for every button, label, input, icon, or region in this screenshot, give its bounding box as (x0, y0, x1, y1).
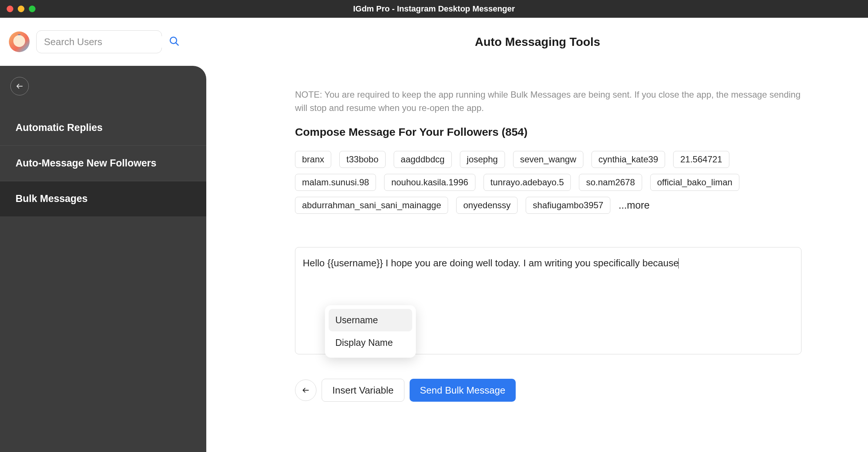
follower-chip[interactable]: onyedenssy (456, 197, 518, 214)
window-close-button[interactable] (7, 6, 13, 12)
follower-chip[interactable]: branx (295, 151, 331, 168)
search-icon (169, 36, 180, 48)
text-caret (678, 258, 679, 269)
variable-option-display-name[interactable]: Display Name (329, 331, 412, 354)
sidebar-item-automatic-replies[interactable]: Automatic Replies (0, 110, 206, 146)
traffic-lights (7, 6, 35, 12)
search-box[interactable] (36, 30, 162, 53)
window-maximize-button[interactable] (29, 6, 35, 12)
main-content: NOTE: You are required to keep the app r… (206, 66, 868, 452)
follower-chip[interactable]: cynthia_kate39 (591, 151, 665, 168)
sidebar-item-auto-message-new-followers[interactable]: Auto-Message New Followers (0, 146, 206, 181)
sidebar-back-button[interactable] (10, 77, 29, 95)
follower-chip[interactable]: t33bobo (339, 151, 386, 168)
compose-back-button[interactable] (295, 380, 316, 401)
follower-chip[interactable]: seven_wangw (513, 151, 583, 168)
page-title: Auto Messaging Tools (475, 35, 600, 49)
variable-popup: UsernameDisplay Name (325, 305, 416, 358)
sidebar-item-bulk-messages[interactable]: Bulk Messages (0, 181, 206, 216)
follower-chip[interactable]: aagddbdcg (394, 151, 452, 168)
follower-chip[interactable]: malam.sunusi.98 (295, 174, 376, 191)
follower-chip[interactable]: shafiugambo3957 (526, 197, 610, 214)
insert-variable-button[interactable]: Insert Variable (322, 379, 404, 402)
avatar[interactable]: ▼ (9, 31, 30, 52)
compose-box[interactable]: Hello {{username}} I hope you are doing … (295, 247, 801, 354)
search-input[interactable] (44, 36, 164, 48)
send-bulk-button[interactable]: Send Bulk Message (410, 379, 516, 402)
follower-chip[interactable]: tunrayo.adebayo.5 (484, 174, 571, 191)
window-minimize-button[interactable] (18, 6, 24, 12)
sidebar: Automatic RepliesAuto-Message New Follow… (0, 66, 206, 452)
topbar: ▼ Auto Messaging Tools (0, 18, 868, 66)
titlebar: IGdm Pro - Instagram Desktop Messenger (0, 0, 868, 18)
more-followers-link[interactable]: ...more (618, 200, 650, 211)
variable-option-username[interactable]: Username (329, 309, 412, 331)
follower-chip[interactable]: official_bako_liman (650, 174, 740, 191)
note-text: NOTE: You are required to keep the app r… (295, 88, 801, 115)
follower-chip[interactable]: so.nam2678 (579, 174, 642, 191)
follower-chips: branxt33boboaagddbdcgjosephgseven_wangwc… (295, 151, 801, 214)
window-title: IGdm Pro - Instagram Desktop Messenger (353, 4, 515, 14)
follower-chip[interactable]: 21.564721 (673, 151, 729, 168)
follower-chip[interactable]: abdurrahman_sani_sani_mainagge (295, 197, 448, 214)
action-row: Insert Variable Send Bulk Message (295, 379, 801, 402)
follower-chip[interactable]: josephg (460, 151, 505, 168)
compose-heading: Compose Message For Your Followers (854) (295, 126, 801, 138)
follower-chip[interactable]: nouhou.kasila.1996 (384, 174, 475, 191)
svg-line-1 (176, 43, 178, 45)
